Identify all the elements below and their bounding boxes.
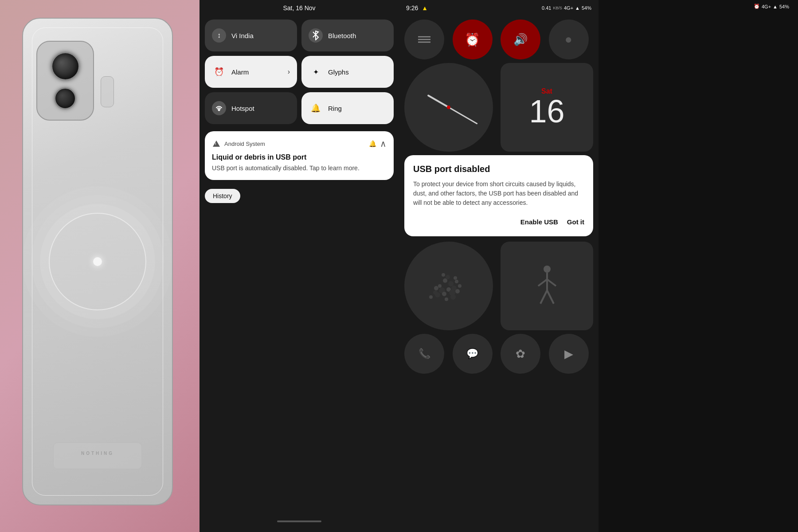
- svg-point-13: [429, 295, 433, 299]
- ring-label: Ring: [328, 105, 342, 112]
- right-status-time: 9:26: [406, 4, 418, 12]
- extra-space: [598, 0, 798, 532]
- svg-line-28: [540, 290, 547, 304]
- notif-app-icon: !: [212, 139, 221, 148]
- usb-dialog: USB port disabled To protect your device…: [404, 155, 593, 236]
- qs-row-2: ⏰ Alarm › ✦ Glyphs: [205, 56, 394, 88]
- spotify-widget[interactable]: ●: [549, 20, 589, 59]
- bottom-widget-row: [399, 242, 598, 330]
- status-datetime: Sat, 16 Nov: [283, 4, 315, 12]
- qs-tile-ring[interactable]: 🔔 Ring: [301, 92, 394, 124]
- chat-icon: 💬: [466, 348, 478, 360]
- clock-widget: [404, 63, 493, 152]
- right-network-speed: 0.41: [542, 5, 551, 11]
- notif-app-name: Android System: [224, 141, 365, 147]
- wifi-widget[interactable]: [404, 20, 444, 59]
- svg-point-15: [442, 292, 446, 296]
- qs-tile-glyphs[interactable]: ✦ Glyphs: [301, 56, 394, 88]
- usb-dialog-body: To protect your device from short circui…: [413, 180, 584, 207]
- brand-text: NOTHING: [81, 451, 114, 456]
- alarm-chevron-icon: ›: [288, 68, 290, 76]
- right-warning-icon: ▲: [422, 4, 428, 12]
- status-icons-middle: ⏰ 4G+ ▲ 54%: [754, 4, 789, 9]
- usb-dialog-title: USB port disabled: [413, 164, 584, 174]
- youtube-app-icon[interactable]: ▶: [549, 334, 589, 374]
- right-panel: 9:26 ▲ 0.41 KB/S 4G+ ▲ 54% ⏰ 🔊 ●: [399, 0, 598, 532]
- flash-module: [101, 76, 114, 107]
- alarm-label: Alarm: [231, 68, 249, 76]
- notif-header: ! Android System 🔔 ∧: [212, 138, 387, 149]
- wireless-dot: [93, 257, 102, 266]
- middle-widget-row: Sat 16: [399, 63, 598, 152]
- notif-expand-icon[interactable]: ∧: [380, 138, 387, 149]
- notification-card[interactable]: ! Android System 🔔 ∧ Liquid or debris in…: [205, 131, 394, 180]
- svg-point-4: [438, 284, 442, 288]
- qs-tile-alarm[interactable]: ⏰ Alarm ›: [205, 56, 297, 88]
- middle-panel: Sat, 16 Nov ⏰ 4G+ ▲ 54% ↕ Vi India Bluet…: [200, 0, 399, 532]
- top-widget-row: ⏰ 🔊 ●: [399, 16, 598, 63]
- camera-lens-secondary: [54, 87, 76, 110]
- svg-point-17: [455, 289, 460, 293]
- volume-widget-icon: 🔊: [513, 33, 528, 47]
- notif-actions: History: [205, 189, 394, 203]
- phone-app-icon[interactable]: 📞: [404, 334, 444, 374]
- enable-usb-button[interactable]: Enable USB: [520, 216, 558, 227]
- svg-point-21: [454, 276, 457, 280]
- svg-point-20: [434, 286, 438, 290]
- youtube-icon: ▶: [564, 347, 573, 361]
- qs-tile-hotspot[interactable]: Hotspot: [205, 92, 297, 124]
- person-widget: [501, 242, 593, 330]
- right-battery: 54%: [582, 5, 591, 11]
- qs-row-3: Hotspot 🔔 Ring: [205, 92, 394, 124]
- alarm-widget-icon: ⏰: [465, 32, 480, 47]
- messages-app-icon[interactable]: 💬: [453, 334, 493, 374]
- usb-dialog-actions: Enable USB Got it: [413, 216, 584, 227]
- volume-widget[interactable]: 🔊: [501, 20, 540, 59]
- svg-point-22: [446, 275, 450, 279]
- vi-india-label: Vi India: [231, 32, 254, 39]
- spotify-widget-icon: ●: [565, 32, 572, 47]
- right-signal: 4G+: [564, 5, 573, 11]
- phone-icon: 📞: [419, 348, 430, 360]
- date-day-number: 16: [529, 95, 564, 127]
- alarm-widget[interactable]: ⏰: [453, 20, 493, 59]
- wireless-charging-coil: [49, 213, 146, 310]
- battery-middle: 54%: [779, 4, 789, 9]
- bluetooth-icon: [309, 28, 323, 43]
- fan-icon: ✿: [516, 347, 525, 361]
- svg-point-14: [435, 292, 440, 297]
- alarm-status-icon: ⏰: [754, 4, 760, 9]
- glyphs-tile-icon: ✦: [309, 65, 323, 79]
- vi-india-icon: ↕: [212, 28, 226, 43]
- camera-module: [36, 41, 94, 121]
- svg-point-7: [455, 280, 458, 283]
- status-bar-middle: Sat, 16 Nov ⏰ 4G+ ▲ 54%: [200, 0, 399, 16]
- notif-bell-icon: 🔔: [369, 140, 376, 147]
- svg-point-6: [448, 281, 454, 286]
- history-button[interactable]: History: [205, 189, 240, 203]
- notif-body: USB port is automatically disabled. Tap …: [212, 164, 387, 173]
- fan-app-icon[interactable]: ✿: [501, 334, 540, 374]
- qs-row-1: ↕ Vi India Bluetooth: [205, 20, 394, 51]
- qs-tile-bluetooth[interactable]: Bluetooth: [301, 20, 394, 51]
- svg-point-0: [218, 109, 220, 111]
- clock-center-dot: [447, 106, 450, 109]
- status-bar-right: 9:26 ▲ 0.41 KB/S 4G+ ▲ 54%: [399, 0, 598, 16]
- got-it-button[interactable]: Got it: [567, 216, 584, 227]
- bottom-icons-row: 📞 💬 ✿ ▶: [399, 334, 598, 374]
- left-panel: NOTHING: [0, 0, 200, 532]
- quick-settings: ↕ Vi India Bluetooth ⏰ Alarm › ✦ G: [200, 16, 399, 128]
- date-widget: Sat 16: [501, 63, 593, 152]
- hotspot-icon: [212, 101, 226, 115]
- right-signal-bars: ▲: [575, 5, 580, 11]
- phone-back: NOTHING: [22, 18, 173, 505]
- svg-point-18: [445, 297, 448, 301]
- scroll-indicator: [277, 520, 321, 522]
- alarm-tile-icon: ⏰: [212, 65, 226, 79]
- svg-point-5: [443, 278, 447, 283]
- clock-minute-hand: [448, 107, 477, 125]
- qs-tile-vi-india[interactable]: ↕ Vi India: [205, 20, 297, 51]
- network-type-middle: 4G+: [762, 4, 771, 9]
- svg-point-24: [544, 266, 551, 273]
- glyphs-label: Glyphs: [328, 68, 349, 76]
